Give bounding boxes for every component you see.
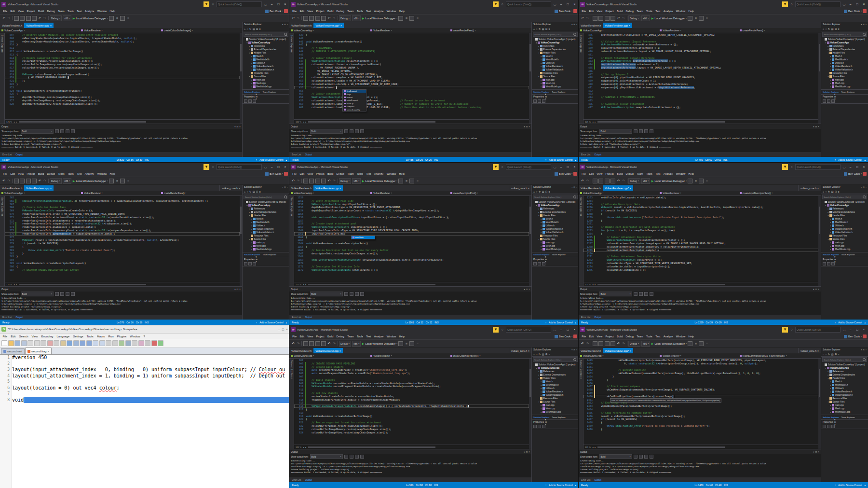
menu-build[interactable]: Build [326, 10, 335, 13]
menu-run[interactable]: Run [107, 335, 115, 338]
tree-item[interactable]: ▾Source Files [243, 75, 289, 78]
breadcrumb-type[interactable]: VulkanRenderer▾ [660, 355, 739, 357]
feedback-filter-icon[interactable]: ▼ [493, 1, 499, 7]
menu-project[interactable]: Project [25, 172, 37, 175]
panel-tab-solution-explorer[interactable]: Solution Explorer [244, 91, 260, 93]
navigate-back-icon[interactable]: ↶ [291, 16, 295, 20]
tree-item[interactable]: ▸External Dependencies [821, 48, 868, 51]
attach-icon[interactable] [398, 179, 403, 183]
attach-icon[interactable] [398, 341, 403, 346]
vscrollbar-thumb[interactable] [240, 207, 242, 234]
scroll-left-icon[interactable]: ◂ [303, 121, 304, 123]
hot-reload-icon[interactable] [699, 179, 704, 183]
properties-toolbar-icon[interactable] [823, 262, 826, 265]
quick-launch-input[interactable]: Quick Launch (Ctrl+Q) [217, 164, 262, 170]
user-account-button[interactable]: Ben Cook▾ [555, 9, 577, 13]
menu-build[interactable]: Build [326, 335, 335, 338]
output-source-select[interactable]: Build▾ [310, 454, 343, 459]
close-icon[interactable]: × [818, 288, 819, 291]
menu-window[interactable]: Window [95, 172, 108, 175]
code-area[interactable]: 1449 vkCmdBindDescriptorSets(commandBuff… [583, 359, 818, 449]
tree-item[interactable]: ▸Mesh.h [243, 55, 289, 58]
scroll-left-icon[interactable]: ◂ [303, 446, 304, 448]
menu-debug[interactable]: Debug [624, 172, 635, 175]
search-icon[interactable]: ◡ [842, 165, 846, 169]
tab-vulkan-core-h[interactable]: vulkan_core.h× [798, 185, 821, 191]
redo-icon[interactable]: ↷ [43, 16, 47, 20]
menu-project[interactable]: Project [314, 172, 326, 175]
refresh-icon[interactable]: ↻ [539, 28, 541, 30]
menu-debug[interactable]: Debug [335, 172, 346, 175]
open-file-icon[interactable] [309, 16, 314, 21]
tab-vulkan-core-h[interactable]: vulkan_core.h× [798, 348, 821, 353]
close-icon[interactable] [27, 340, 33, 346]
dock-icon[interactable]: ⊟ [237, 125, 239, 128]
menu-debug[interactable]: Debug [45, 10, 56, 13]
hscrollbar-thumb[interactable] [308, 446, 436, 448]
tree-item[interactable]: ▸VulkanValidation.h [821, 231, 868, 234]
navigate-back-icon[interactable]: ↶ [2, 179, 6, 183]
menu-debug[interactable]: Debug [45, 172, 56, 175]
server-explorer-tab[interactable]: Server Explorer [289, 196, 294, 286]
output-toolbar-icon[interactable] [344, 129, 348, 133]
menu-team[interactable]: Team [635, 335, 645, 338]
solution-explorer-search-input[interactable]: Search Solution Explorer (Ctrl+;) [533, 357, 578, 362]
user-account-button[interactable]: Ben Cook▾ [265, 172, 288, 176]
menu-tools[interactable]: Tools [645, 335, 654, 338]
tab-vulkanrenderer-cpp[interactable]: VulkanRenderer.cpp× [603, 23, 632, 28]
pin-icon[interactable]: ⊟ [863, 23, 864, 26]
tab-vulkanrenderer-cpp[interactable]: VulkanRenderer.cpp× [313, 185, 343, 191]
sync-icon[interactable]: ≡ [838, 190, 840, 193]
add-to-source-control-button[interactable]: Add to Source Control [259, 158, 283, 161]
menu-help[interactable]: ? [142, 335, 147, 338]
panel-menu-icon[interactable]: ▾ [234, 288, 235, 291]
server-explorer-tab[interactable]: Server Explorer [0, 33, 5, 124]
search-icon[interactable]: ◡ [842, 327, 846, 332]
tree-item[interactable]: ▸Mesh.h [821, 380, 868, 383]
tab-close-icon[interactable]: × [339, 349, 341, 352]
panel-menu-icon[interactable]: ▾ [813, 288, 814, 291]
tree-item[interactable]: ▸MeshModel.h [532, 221, 579, 224]
intellisense-item[interactable]: maxSets [352, 236, 375, 239]
hscrollbar-thumb[interactable] [19, 121, 147, 123]
menu-build[interactable]: Build [37, 172, 46, 175]
menu-team[interactable]: Team [346, 10, 355, 13]
tree-item[interactable]: ▸MeshModel.h [821, 383, 868, 387]
collapse-all-icon[interactable]: ⊟ [835, 353, 837, 356]
tab-second-frag[interactable]: second.frag× [25, 348, 52, 354]
doc-map-icon[interactable] [145, 340, 150, 346]
panel-tab-solution-explorer[interactable]: Solution Explorer [823, 91, 839, 93]
panel-tab-output[interactable]: Output [594, 479, 601, 481]
menu-tools[interactable]: Tools [645, 172, 654, 175]
close-icon[interactable]: × [239, 288, 241, 291]
editor-zoom-and-hscroll[interactable]: 121 %◂▸ [5, 282, 240, 286]
menu-project[interactable]: Project [604, 172, 615, 175]
tree-item[interactable]: ▸References [532, 207, 579, 210]
print-icon[interactable] [41, 340, 46, 346]
tree-item[interactable]: ▾Source Files [243, 237, 289, 241]
minimize-button[interactable]: – [269, 2, 274, 6]
open-file-icon[interactable] [309, 341, 314, 346]
close-icon[interactable]: × [287, 186, 288, 188]
tab-close-icon[interactable]: × [630, 349, 631, 352]
solution-platforms-select[interactable]: x86▾ [641, 341, 650, 347]
panel-tab-solution-explorer[interactable]: Solution Explorer [823, 416, 839, 418]
tree-item[interactable]: ▸VulkanRenderer.h [243, 65, 289, 68]
navigate-back-icon[interactable]: ↶ [581, 16, 584, 20]
collapse-all-icon[interactable]: ⊟ [545, 353, 547, 356]
show-all-files-icon[interactable]: ▤ [253, 190, 255, 193]
paste-icon[interactable] [60, 340, 66, 346]
scroll-left-icon[interactable]: ◂ [14, 283, 14, 286]
minimize-button[interactable]: – [269, 165, 274, 168]
output-toolbar-icon[interactable] [60, 292, 64, 296]
minimize-button[interactable]: – [848, 2, 853, 6]
tab-close-icon[interactable]: × [629, 24, 630, 27]
menu-view[interactable]: View [16, 172, 25, 175]
tree-item[interactable]: ▸External Dependencies [243, 48, 289, 51]
minimize-button[interactable]: – [848, 328, 853, 331]
redo-icon[interactable]: ↷ [622, 16, 625, 20]
tree-item[interactable]: ▸main.cpp [532, 78, 579, 82]
tree-item[interactable]: ▾Header Files [821, 214, 868, 217]
tree-item[interactable]: ▸VulkanRenderer.h [243, 227, 289, 231]
tree-item[interactable]: ▾VulkanCourseApp [821, 366, 868, 370]
